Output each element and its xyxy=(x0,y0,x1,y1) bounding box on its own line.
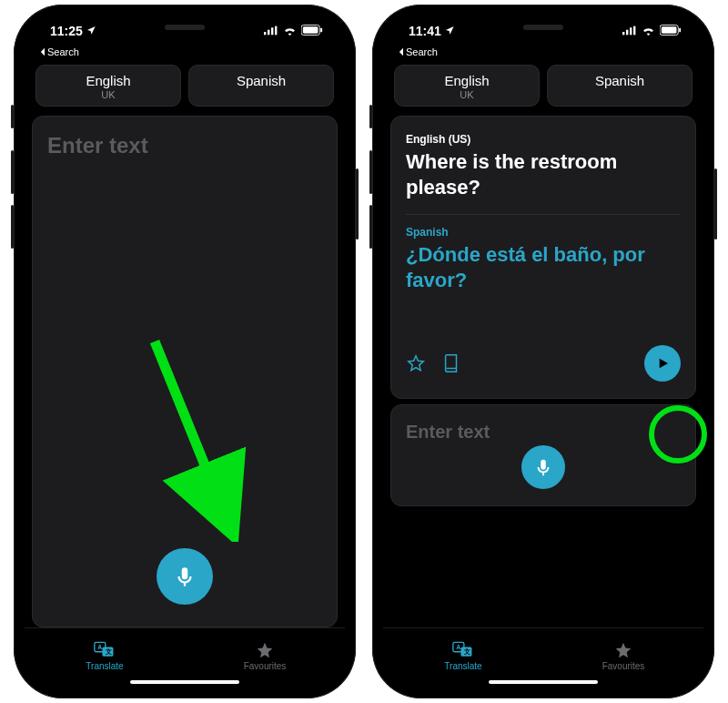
play-audio-button[interactable] xyxy=(644,345,681,382)
svg-rect-18 xyxy=(679,28,681,33)
svg-text:A: A xyxy=(456,644,460,650)
svg-rect-14 xyxy=(630,27,632,35)
source-language-selector[interactable]: English UK xyxy=(394,65,540,107)
microphone-button[interactable] xyxy=(521,445,565,489)
tab-translate[interactable]: A文 Translate xyxy=(383,628,543,684)
location-icon xyxy=(86,24,96,38)
notch xyxy=(107,15,262,41)
wifi-icon xyxy=(642,24,655,38)
svg-rect-13 xyxy=(626,30,628,36)
back-to-search-link[interactable]: Search xyxy=(383,46,703,61)
location-icon xyxy=(445,24,455,38)
svg-rect-5 xyxy=(303,26,318,33)
wifi-icon xyxy=(283,24,297,38)
tab-favourites[interactable]: Favourites xyxy=(185,628,345,684)
svg-rect-1 xyxy=(268,30,269,36)
text-input-card[interactable]: Enter text xyxy=(32,116,338,627)
source-language-region: UK xyxy=(36,89,180,100)
status-time: 11:41 xyxy=(409,24,441,38)
cellular-icon xyxy=(264,24,278,38)
tab-favourites[interactable]: Favourites xyxy=(543,628,703,684)
svg-rect-3 xyxy=(275,26,277,36)
cellular-icon xyxy=(622,24,637,38)
tab-translate[interactable]: A文 Translate xyxy=(25,628,185,684)
translate-icon: A文 xyxy=(94,641,116,659)
tab-translate-label: Translate xyxy=(444,661,481,671)
side-power-button[interactable] xyxy=(714,168,717,239)
battery-icon xyxy=(660,24,682,38)
star-icon xyxy=(614,641,632,659)
svg-text:文: 文 xyxy=(105,647,112,656)
side-volume-down[interactable] xyxy=(11,205,14,249)
back-to-search-link[interactable]: Search xyxy=(25,46,345,61)
side-silence-switch[interactable] xyxy=(11,105,14,128)
result-source-text[interactable]: Where is the restroom please? xyxy=(406,149,681,199)
status-time: 11:25 xyxy=(50,24,83,38)
svg-rect-6 xyxy=(320,28,322,33)
target-language-selector[interactable]: Spanish xyxy=(188,65,334,107)
svg-rect-0 xyxy=(264,32,266,35)
book-icon xyxy=(442,353,460,373)
microphone-icon xyxy=(173,565,197,588)
svg-rect-12 xyxy=(622,32,624,35)
text-input-card[interactable]: Enter text xyxy=(390,404,696,506)
source-language-name: English xyxy=(36,73,180,88)
star-outline-icon xyxy=(406,353,426,373)
side-silence-switch[interactable] xyxy=(369,105,372,128)
side-volume-down[interactable] xyxy=(369,205,372,249)
text-input-placeholder: Enter text xyxy=(47,133,322,158)
source-language-name: English xyxy=(395,73,539,88)
phone-right: 11:41 Search xyxy=(372,5,714,698)
text-input-placeholder: Enter text xyxy=(406,422,681,443)
translate-icon: A文 xyxy=(452,641,474,659)
notch xyxy=(466,15,621,41)
language-selector-row: English UK Spanish xyxy=(25,61,345,116)
side-volume-up[interactable] xyxy=(369,150,372,194)
svg-text:文: 文 xyxy=(463,647,470,656)
target-language-name: Spanish xyxy=(548,73,692,88)
result-divider xyxy=(406,214,681,215)
tab-favourites-label: Favourites xyxy=(602,661,645,671)
home-indicator[interactable] xyxy=(130,680,239,684)
home-indicator[interactable] xyxy=(489,680,598,684)
back-link-label: Search xyxy=(47,46,79,57)
svg-text:A: A xyxy=(97,644,102,650)
svg-rect-17 xyxy=(662,26,677,33)
side-volume-up[interactable] xyxy=(11,150,14,194)
result-target-language: Spanish xyxy=(406,226,681,239)
tab-bar: A文 Translate Favourites xyxy=(25,627,345,688)
source-language-selector[interactable]: English UK xyxy=(35,65,181,107)
dictionary-button[interactable] xyxy=(442,353,460,373)
svg-rect-15 xyxy=(633,26,635,36)
back-link-label: Search xyxy=(406,46,438,57)
source-language-region: UK xyxy=(395,89,539,100)
result-target-text[interactable]: ¿Dónde está el baño, por favor? xyxy=(406,242,681,292)
microphone-icon xyxy=(533,457,553,477)
tab-translate-label: Translate xyxy=(86,661,123,671)
favourite-button[interactable] xyxy=(406,353,426,373)
tab-bar: A文 Translate Favourites xyxy=(383,627,703,688)
star-icon xyxy=(256,641,274,659)
target-language-selector[interactable]: Spanish xyxy=(547,65,693,107)
svg-rect-2 xyxy=(271,27,273,35)
microphone-button[interactable] xyxy=(157,548,213,605)
phone-left: 11:25 Search xyxy=(14,5,356,698)
result-source-language: English (US) xyxy=(406,133,681,146)
play-icon xyxy=(655,356,670,371)
translation-result-card: English (US) Where is the restroom pleas… xyxy=(390,116,696,399)
side-power-button[interactable] xyxy=(356,168,359,239)
target-language-name: Spanish xyxy=(189,73,333,88)
language-selector-row: English UK Spanish xyxy=(383,61,703,116)
tab-favourites-label: Favourites xyxy=(244,661,287,671)
battery-icon xyxy=(301,24,323,38)
